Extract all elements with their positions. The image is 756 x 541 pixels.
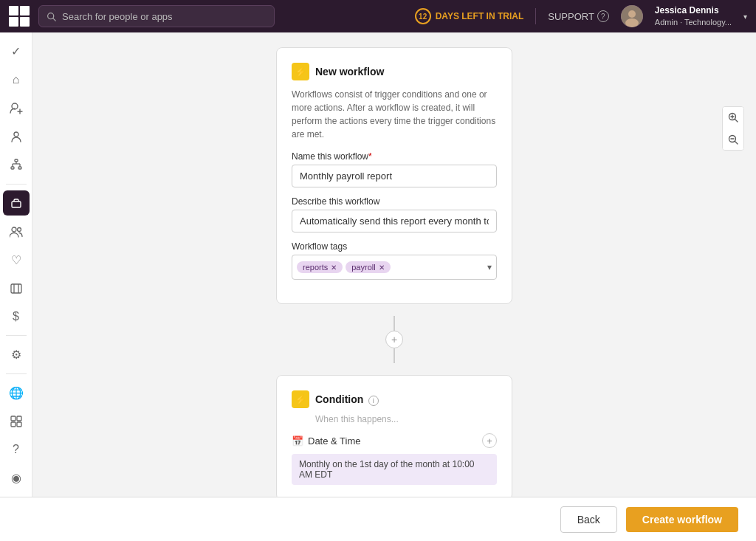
condition-value: Monthly on the 1st day of the month at 1… bbox=[292, 454, 497, 485]
condition-bolt-icon: ⚡ bbox=[292, 390, 309, 408]
sidebar-item-briefcase[interactable] bbox=[3, 190, 30, 216]
workflow-name-label: Name this workflow* bbox=[292, 151, 497, 162]
avatar-image bbox=[621, 5, 643, 27]
svg-point-8 bbox=[14, 132, 18, 137]
main-content: ⚡ New workflow Workflows consist of trig… bbox=[32, 32, 756, 497]
zoom-in-icon bbox=[728, 112, 738, 123]
zoom-in-button[interactable] bbox=[723, 107, 743, 128]
calendar-icon: 📅 bbox=[292, 435, 303, 447]
workflow-describe-group: Describe this workflow bbox=[292, 196, 497, 232]
back-button[interactable]: Back bbox=[560, 506, 617, 533]
condition-when-label: When this happens... bbox=[315, 414, 497, 424]
svg-rect-24 bbox=[11, 422, 16, 427]
board-icon bbox=[10, 283, 22, 294]
tags-dropdown-icon[interactable]: ▾ bbox=[487, 262, 492, 272]
svg-rect-16 bbox=[12, 201, 21, 207]
workflow-area: ⚡ New workflow Workflows consist of trig… bbox=[62, 47, 726, 497]
search-bar[interactable]: Search for people or apps bbox=[38, 5, 275, 27]
svg-point-3 bbox=[628, 10, 636, 18]
tag-payroll-remove[interactable]: ✕ bbox=[379, 263, 385, 272]
svg-rect-22 bbox=[11, 416, 16, 421]
sidebar-item-help[interactable]: ? bbox=[3, 437, 30, 463]
sidebar-item-person[interactable] bbox=[3, 124, 30, 150]
workflow-tags-container[interactable]: reports ✕ payroll ✕ ▾ bbox=[292, 255, 497, 280]
sidebar-item-more[interactable]: ◉ bbox=[3, 466, 30, 492]
app-logo[interactable] bbox=[9, 6, 30, 27]
connector-1: + bbox=[385, 316, 403, 363]
zoom-out-button[interactable] bbox=[723, 129, 743, 150]
connector-line-1 bbox=[394, 316, 395, 331]
org-icon bbox=[10, 159, 22, 170]
team-icon bbox=[10, 226, 23, 238]
briefcase-icon bbox=[10, 197, 22, 209]
search-icon bbox=[47, 12, 56, 21]
bolt-icon: ⚡ bbox=[292, 63, 309, 80]
svg-rect-10 bbox=[11, 167, 14, 169]
user-role: Admin · Technology... bbox=[655, 17, 732, 28]
add-user-icon bbox=[10, 101, 23, 114]
sidebar-divider-1 bbox=[6, 184, 27, 185]
condition-card: ⚡ Condition i When this happens... 📅 Dat… bbox=[276, 375, 512, 497]
sidebar-item-home[interactable]: ⌂ bbox=[3, 67, 30, 93]
svg-rect-19 bbox=[11, 284, 21, 293]
workflow-tags-label: Workflow tags bbox=[292, 241, 497, 252]
workflow-describe-label: Describe this workflow bbox=[292, 196, 497, 207]
sidebar-divider-3 bbox=[6, 373, 27, 374]
search-placeholder: Search for people or apps bbox=[62, 11, 173, 22]
svg-rect-9 bbox=[15, 159, 18, 162]
new-workflow-title: New workflow bbox=[315, 66, 384, 77]
support-label: SUPPORT bbox=[548, 11, 594, 22]
add-step-button-1[interactable]: + bbox=[385, 331, 403, 348]
support-link[interactable]: SUPPORT ? bbox=[548, 10, 609, 22]
condition-title: Condition bbox=[315, 393, 363, 405]
svg-point-4 bbox=[625, 18, 639, 27]
svg-line-31 bbox=[735, 142, 738, 145]
sidebar-item-favorites[interactable]: ♡ bbox=[3, 247, 30, 273]
new-workflow-header: ⚡ New workflow bbox=[292, 63, 497, 80]
create-workflow-button[interactable]: Create workflow bbox=[626, 507, 738, 532]
svg-line-27 bbox=[735, 120, 738, 123]
workflow-name-group: Name this workflow* bbox=[292, 151, 497, 187]
svg-point-17 bbox=[12, 227, 16, 232]
user-name: Jessica Dennis bbox=[655, 4, 732, 17]
sidebar-item-globe[interactable]: 🌐 bbox=[3, 380, 30, 406]
new-workflow-card: ⚡ New workflow Workflows consist of trig… bbox=[276, 47, 512, 304]
svg-line-1 bbox=[53, 18, 55, 20]
sidebar-item-apps[interactable] bbox=[3, 408, 30, 434]
tag-payroll: payroll ✕ bbox=[346, 261, 390, 273]
person-icon bbox=[10, 131, 22, 142]
trial-label: DAYS LEFT IN TRIAL bbox=[436, 11, 524, 21]
sidebar-item-team[interactable] bbox=[3, 218, 30, 244]
condition-date-row: 📅 Date & Time + bbox=[292, 433, 497, 448]
avatar[interactable] bbox=[621, 5, 643, 27]
sidebar-item-board[interactable] bbox=[3, 275, 30, 301]
tag-reports-remove[interactable]: ✕ bbox=[331, 263, 337, 272]
zoom-out-icon bbox=[728, 134, 738, 145]
sidebar-item-dollar[interactable]: $ bbox=[3, 304, 30, 330]
user-info: Jessica Dennis Admin · Technology... bbox=[655, 4, 732, 28]
svg-rect-11 bbox=[18, 167, 21, 169]
tag-reports: reports ✕ bbox=[297, 261, 343, 273]
condition-header: ⚡ Condition i bbox=[292, 390, 497, 408]
bottom-bar: Back Create workflow bbox=[0, 497, 756, 541]
condition-info-icon[interactable]: i bbox=[368, 396, 379, 406]
workflow-name-input[interactable] bbox=[292, 165, 497, 187]
sidebar-divider-2 bbox=[6, 335, 27, 336]
help-circle-icon: ? bbox=[597, 10, 609, 22]
svg-point-18 bbox=[17, 227, 21, 231]
workflow-describe-input[interactable] bbox=[292, 210, 497, 232]
top-navigation: Search for people or apps 12 DAYS LEFT I… bbox=[0, 0, 756, 32]
new-workflow-description: Workflows consist of trigger conditions … bbox=[292, 88, 497, 141]
chevron-down-icon[interactable]: ▾ bbox=[743, 13, 747, 21]
sidebar: ✓ ⌂ ♡ $ ⚙ 🌐 ? ◉ bbox=[0, 32, 32, 497]
add-condition-button[interactable]: + bbox=[482, 433, 497, 448]
connector-line-2 bbox=[394, 348, 395, 363]
sidebar-item-add-user[interactable] bbox=[3, 95, 30, 121]
condition-date-label: 📅 Date & Time bbox=[292, 435, 361, 447]
sidebar-item-settings[interactable]: ⚙ bbox=[3, 342, 30, 368]
sidebar-item-check[interactable]: ✓ bbox=[3, 38, 30, 64]
sidebar-item-org[interactable] bbox=[3, 152, 30, 178]
workflow-tags-group: Workflow tags reports ✕ payroll ✕ ▾ bbox=[292, 241, 497, 280]
trial-days: 12 bbox=[415, 8, 431, 24]
svg-rect-23 bbox=[17, 416, 21, 421]
